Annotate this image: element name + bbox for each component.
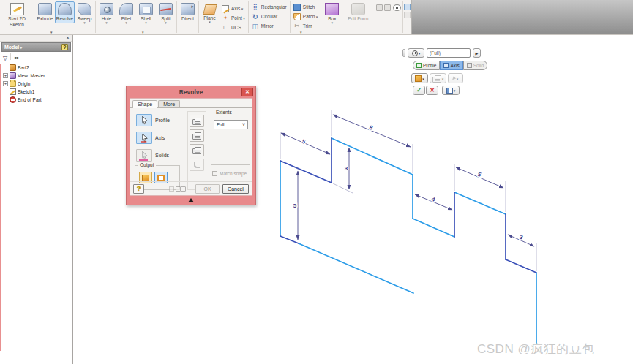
point-button[interactable]: Point	[220, 13, 247, 23]
folder-icon	[10, 80, 16, 87]
direct-button[interactable]: Direct	[178, 1, 198, 23]
dialog-expand-arrow[interactable]	[188, 198, 194, 202]
dialog-title: Revolve	[179, 88, 203, 96]
expand-icon[interactable]	[3, 73, 8, 78]
trim-icon	[293, 23, 301, 30]
dimension-lines[interactable]	[281, 115, 534, 246]
extents-dropdown[interactable]: Full	[214, 120, 248, 129]
dialog-titlebar[interactable]: Revolve	[127, 86, 255, 98]
circular-pattern-button[interactable]: Circular	[250, 12, 280, 21]
patch-button[interactable]: Patch	[291, 12, 321, 21]
direction-flip-button[interactable]	[190, 129, 204, 142]
hole-button[interactable]: Hole	[97, 1, 116, 26]
create-panel-expander[interactable]: ▾	[50, 30, 53, 34]
solids-pick-button[interactable]	[136, 149, 152, 162]
display-toggle-icon[interactable]	[376, 4, 383, 11]
mirror-button[interactable]: Mirror	[250, 21, 276, 31]
mini-ok-button[interactable]	[413, 86, 425, 95]
modify-panel-expander[interactable]: ▾	[142, 30, 144, 34]
ribbon-panel-visibility	[392, 0, 402, 34]
plane-button[interactable]: Plane	[200, 1, 220, 25]
view-icon	[10, 72, 16, 79]
profile-pick-button[interactable]	[136, 114, 152, 126]
help-button[interactable]	[133, 184, 144, 194]
tab-more[interactable]: More	[158, 100, 180, 107]
rectangular-pattern-icon	[252, 4, 259, 11]
dialog-tabs: Shape More	[130, 99, 252, 108]
browser-close-icon[interactable]: ✕	[66, 36, 70, 40]
visibility-button[interactable]	[393, 1, 402, 11]
start-2d-sketch-button[interactable]: Start 2D Sketch	[1, 1, 33, 29]
tree-item-part[interactable]: Part2	[1, 64, 72, 72]
plane-icon	[203, 4, 217, 15]
filter-icon[interactable]	[3, 50, 7, 63]
browser-title[interactable]: Model	[4, 45, 61, 50]
edit-form-button[interactable]: Edit Form	[342, 1, 374, 23]
mirror-icon	[252, 23, 259, 30]
revolve-button[interactable]: Revolve	[55, 1, 75, 23]
axis-button[interactable]: Axis	[220, 4, 247, 13]
preview-checkbox[interactable]	[169, 186, 174, 192]
shell-dropdown-caret[interactable]	[145, 22, 147, 24]
sweep-button[interactable]: Sweep	[75, 1, 94, 26]
cancel-button[interactable]: Cancel	[222, 184, 249, 194]
angle-value-input[interactable]	[427, 48, 471, 58]
dialog-close-icon[interactable]	[241, 88, 253, 96]
tree-item-sketch1[interactable]: Sketch1	[1, 88, 72, 96]
box-dropdown-caret[interactable]	[332, 22, 334, 24]
ucs-button[interactable]: UCS	[220, 23, 247, 32]
ribbon-panel-display-pair	[375, 0, 392, 34]
axis-select-chip[interactable]: Axis	[440, 61, 462, 70]
display-toggle-icon-2[interactable]	[384, 4, 391, 11]
ucs-icon	[222, 24, 229, 31]
browser-header[interactable]: Model ?	[1, 42, 71, 52]
graphics-canvas[interactable]: 5 8 3 5 4 5 3 Profile	[73, 35, 633, 364]
apply-arrow-button[interactable]	[473, 48, 481, 58]
hole-dropdown-caret[interactable]	[105, 22, 108, 24]
plane-toggle-icon[interactable]	[404, 4, 411, 10]
split-button[interactable]: Split	[156, 1, 176, 26]
dimension-labels[interactable]: 5 8 3 5 4 5 3	[293, 124, 525, 241]
axis-pick-button[interactable]	[136, 132, 152, 144]
ok-button[interactable]: OK	[195, 184, 220, 194]
revolve-dialog[interactable]: Revolve Shape More Profile	[126, 86, 256, 205]
angle-mode-button[interactable]	[408, 48, 424, 58]
extrude-button[interactable]: Extrude	[35, 1, 55, 23]
direction-symmetric-button[interactable]	[190, 144, 204, 156]
sweep-dropdown-caret[interactable]	[83, 22, 86, 24]
stitch-button[interactable]: Stitch	[291, 2, 317, 12]
axis-pick-label: Axis	[155, 135, 165, 140]
tree-item-view-master[interactable]: View: Master	[1, 72, 72, 80]
expand-icon[interactable]	[3, 81, 8, 86]
tree-item-origin[interactable]: Origin	[1, 80, 72, 88]
mini-cancel-button[interactable]	[426, 86, 438, 95]
mini-toolbar-drag-handle[interactable]	[402, 49, 405, 57]
circular-label: Circular	[261, 14, 277, 19]
output-type-button[interactable]	[411, 73, 428, 83]
box-button[interactable]: Box	[322, 1, 342, 26]
tab-shape[interactable]: Shape	[132, 100, 157, 108]
browser-top-strip: ✕	[0, 35, 72, 42]
shell-button[interactable]: Shell	[136, 1, 156, 26]
split-dropdown-caret[interactable]	[165, 22, 167, 24]
ribbon-panel-surface: Stitch Patch Trim	[291, 0, 321, 34]
tree-item-end-of-part[interactable]: End of Part	[1, 96, 72, 104]
tree-item-sketch1-label: Sketch1	[18, 89, 35, 94]
match-shape-checkbox[interactable]	[212, 171, 217, 176]
trim-button[interactable]: Trim	[291, 21, 315, 31]
browser-help-icon[interactable]: ?	[61, 44, 68, 50]
surface-panel-expander[interactable]: ▾	[300, 30, 302, 34]
profile-select-chip[interactable]: Profile	[413, 61, 440, 70]
fillet-dropdown-caret[interactable]	[125, 22, 127, 24]
profile-chip-label: Profile	[423, 63, 436, 68]
mirror-label: Mirror	[261, 23, 274, 29]
fillet-button[interactable]: Fillet	[116, 1, 136, 26]
plane-dropdown-caret[interactable]	[209, 21, 211, 23]
circular-pattern-icon	[252, 13, 259, 20]
direction-default-button[interactable]	[190, 115, 204, 127]
rectangular-pattern-button[interactable]: Rectangular	[250, 2, 289, 12]
profile-lines-highlighted[interactable]	[280, 138, 536, 344]
inventor-window: Start 2D Sketch Extrude Revolve Sweep	[0, 0, 633, 364]
mini-options-button[interactable]	[442, 86, 460, 95]
find-icon[interactable]	[14, 50, 18, 63]
